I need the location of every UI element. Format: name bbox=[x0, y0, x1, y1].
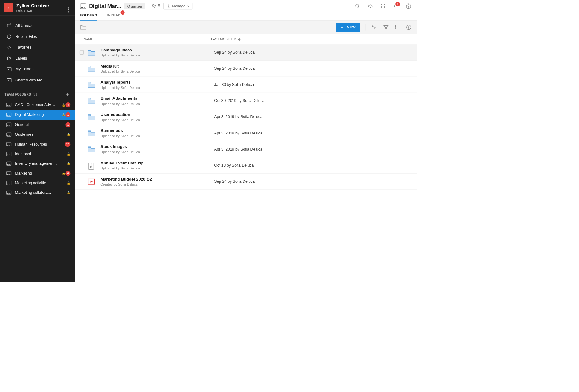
team-folder-item[interactable]: Marketing activitie...🔒 bbox=[0, 178, 75, 188]
file-row[interactable]: Banner adsUploaded by Sofia DelucaApr 3,… bbox=[75, 125, 417, 141]
file-type-icon bbox=[88, 130, 95, 136]
file-modified: Oct 30, 2019 by Sofia Deluca bbox=[214, 98, 264, 103]
svg-text:A: A bbox=[372, 25, 374, 28]
add-team-folder-button[interactable]: ＋ bbox=[65, 91, 70, 98]
view-options-button[interactable] bbox=[395, 25, 400, 30]
shared-icon bbox=[6, 78, 12, 83]
team-folder-item[interactable]: Marketing🔒6 bbox=[0, 169, 75, 179]
file-modified: Apr 3, 2019 by Sofia Deluca bbox=[214, 131, 262, 135]
nav-item-clock[interactable]: Recent Files bbox=[0, 31, 75, 42]
nav-item-label: Labels bbox=[15, 56, 27, 61]
unread-count-badge: 4 bbox=[65, 102, 70, 107]
column-last-modified[interactable]: LAST MODIFIED bbox=[211, 38, 241, 41]
file-name: Annual Event Data.zip bbox=[100, 161, 214, 165]
notification-badge: 7 bbox=[395, 2, 400, 6]
brand-header: ◇ Zylker Creative Felix Brown bbox=[0, 0, 75, 15]
team-folders-count: (31) bbox=[33, 93, 39, 97]
team-folder-item[interactable]: Human Resources25 bbox=[0, 139, 75, 149]
star-icon bbox=[6, 45, 12, 50]
file-row[interactable]: Analyst reportsUploaded by Sofia DelucaJ… bbox=[75, 77, 417, 93]
file-name: Stock images bbox=[100, 145, 214, 149]
role-chip: Organizer bbox=[124, 3, 145, 9]
team-folder-icon bbox=[6, 123, 11, 127]
column-name[interactable]: NAME bbox=[84, 38, 211, 41]
nav-item-myfolder[interactable]: My Folders bbox=[0, 64, 75, 75]
team-folder-label: Idea pool bbox=[15, 152, 65, 156]
unread-count-badge: 25 bbox=[65, 142, 70, 147]
file-subtitle: Uploaded by Sofia Deluca bbox=[100, 134, 214, 138]
tab-unread[interactable]: UNREAD1 bbox=[105, 13, 120, 20]
unread-badge: 1 bbox=[121, 10, 125, 15]
nav-item-label: All Unread bbox=[15, 23, 33, 28]
sort-az-button[interactable]: AZ bbox=[372, 25, 377, 30]
filter-button[interactable] bbox=[383, 25, 389, 30]
help-button[interactable] bbox=[406, 3, 412, 9]
myfolder-icon bbox=[6, 67, 12, 72]
file-row[interactable]: Annual Event Data.zipUploaded by Sofia D… bbox=[75, 157, 417, 174]
file-name: User education bbox=[100, 112, 214, 117]
svg-rect-17 bbox=[381, 7, 382, 8]
team-folder-icon bbox=[6, 171, 11, 175]
team-folder-item[interactable]: General1 bbox=[0, 120, 75, 130]
nav-item-tag[interactable]: Labels bbox=[0, 53, 75, 64]
workspace-menu-button[interactable] bbox=[68, 6, 69, 13]
nav-item-shared[interactable]: Shared with Me bbox=[0, 75, 75, 86]
search-button[interactable] bbox=[354, 3, 360, 9]
team-folder-item[interactable]: Guidelines🔒 bbox=[0, 130, 75, 139]
team-folders-label: TEAM FOLDERS bbox=[4, 93, 31, 97]
team-folder-icon bbox=[6, 191, 11, 195]
team-folder-label: Digital Marketing bbox=[15, 112, 60, 117]
team-folder-item[interactable]: Marketing collatera...🔒 bbox=[0, 188, 75, 197]
notifications-button[interactable]: 7 bbox=[393, 3, 399, 9]
lock-icon: 🔒 bbox=[67, 191, 70, 195]
nav-item-star[interactable]: Favorites bbox=[0, 42, 75, 53]
svg-rect-4 bbox=[8, 69, 9, 70]
tag-icon bbox=[6, 56, 12, 61]
announcements-button[interactable] bbox=[367, 3, 373, 9]
manage-dropdown[interactable]: Manage bbox=[163, 3, 192, 10]
team-folder-icon bbox=[6, 133, 11, 137]
list-view-icon bbox=[395, 25, 400, 29]
file-row[interactable]: Media KitUploaded by Sofia DelucaSep 24 … bbox=[75, 61, 417, 77]
team-folders-header: TEAM FOLDERS (31) ＋ bbox=[0, 86, 75, 100]
file-type-icon bbox=[88, 162, 95, 169]
file-modified: Sep 24 by Sofia Deluca bbox=[214, 66, 255, 71]
filter-icon bbox=[383, 25, 389, 29]
lock-icon: 🔒 bbox=[62, 113, 65, 117]
svg-point-8 bbox=[168, 6, 169, 7]
svg-rect-0 bbox=[7, 24, 11, 27]
file-modified: Oct 13 by Sofia Deluca bbox=[214, 163, 254, 168]
team-folder-item[interactable]: Digital Marketing🔒1 bbox=[0, 110, 75, 120]
file-type-icon bbox=[88, 49, 95, 56]
file-row[interactable]: Stock imagesUploaded by Sofia DelucaApr … bbox=[75, 141, 417, 157]
team-folder-item[interactable]: CAC - Customer Advi...🔒4 bbox=[0, 100, 75, 110]
file-row[interactable]: Campaign IdeasUploaded by Sofia DelucaSe… bbox=[75, 45, 417, 61]
svg-rect-5 bbox=[7, 78, 11, 82]
file-modified: Jan 30 by Sofia Deluca bbox=[214, 82, 254, 87]
new-button[interactable]: ＋NEW bbox=[336, 23, 360, 32]
file-row[interactable]: User educationUploaded by Sofia DelucaAp… bbox=[75, 109, 417, 125]
row-checkbox[interactable] bbox=[80, 50, 84, 55]
members-count[interactable]: 5 bbox=[152, 4, 160, 8]
file-type-icon bbox=[88, 178, 95, 185]
breadcrumb-folder-icon[interactable] bbox=[80, 25, 86, 30]
nav-item-inbox[interactable]: All Unread bbox=[0, 20, 75, 31]
svg-rect-34 bbox=[91, 166, 92, 168]
info-button[interactable] bbox=[406, 25, 411, 30]
nav-item-label: Recent Files bbox=[15, 34, 37, 39]
team-folder-item[interactable]: Idea pool🔒 bbox=[0, 149, 75, 159]
chevron-down-icon bbox=[187, 5, 189, 7]
lock-icon: 🔒 bbox=[67, 152, 70, 156]
file-row[interactable]: Email AttachmentsUploaded by Sofia Deluc… bbox=[75, 93, 417, 109]
file-name: Email Attachments bbox=[100, 96, 214, 101]
clock-icon bbox=[6, 34, 12, 39]
file-row[interactable]: Marketing Budget 2020 Q2Created by Sofia… bbox=[75, 174, 417, 190]
file-name: Campaign Ideas bbox=[100, 48, 214, 52]
svg-rect-24 bbox=[395, 26, 396, 27]
apps-button[interactable] bbox=[380, 3, 386, 9]
file-subtitle: Uploaded by Sofia Deluca bbox=[100, 69, 214, 73]
team-folder-item[interactable]: Inventory managemen...🔒 bbox=[0, 159, 75, 168]
lock-icon: 🔒 bbox=[67, 181, 70, 185]
tab-folders[interactable]: FOLDERS bbox=[80, 13, 97, 20]
megaphone-icon bbox=[368, 4, 373, 9]
